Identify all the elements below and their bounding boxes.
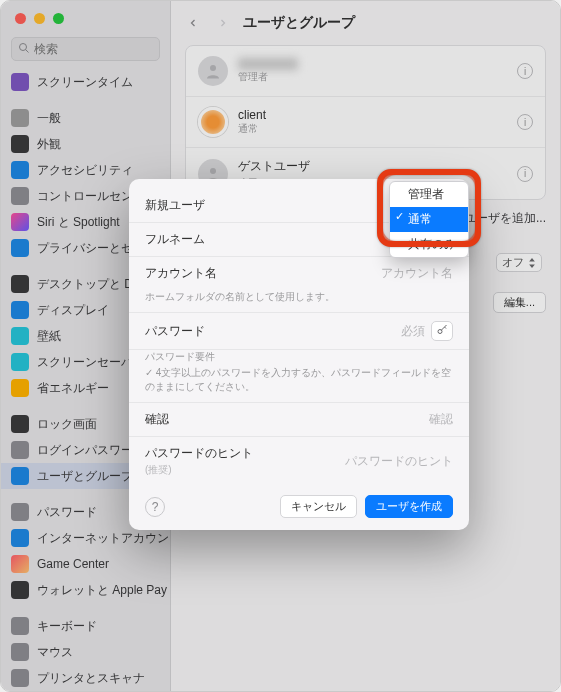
account-name-hint: ホームフォルダの名前として使用します。 <box>129 290 469 313</box>
password-req-text: ✓ 4文字以上のパスワードを入力するか、パスワードフィールドを空のままにしてくだ… <box>145 366 453 394</box>
confirm-input[interactable]: 確認 <box>429 411 453 428</box>
account-name-label: アカウント名 <box>145 265 217 282</box>
help-button[interactable]: ? <box>145 497 165 517</box>
fullname-label: フルネーム <box>145 231 205 248</box>
dropdown-option[interactable]: 共有のみ <box>390 232 468 257</box>
hint-input[interactable]: パスワードのヒント <box>345 453 453 470</box>
hint-sub: (推奨) <box>145 464 172 475</box>
new-user-label: 新規ユーザ <box>145 197 205 214</box>
dropdown-option[interactable]: 通常 <box>390 207 468 232</box>
account-name-input[interactable]: アカウント名 <box>381 265 453 282</box>
password-label: パスワード <box>145 323 205 340</box>
user-type-dropdown: 管理者通常共有のみ <box>389 181 469 258</box>
password-input[interactable]: 必須 <box>401 323 425 340</box>
cancel-button[interactable]: キャンセル <box>280 495 357 518</box>
key-icon <box>436 324 448 339</box>
dropdown-option[interactable]: 管理者 <box>390 182 468 207</box>
hint-label: パスワードのヒント <box>145 446 253 460</box>
create-user-button[interactable]: ユーザを作成 <box>365 495 453 518</box>
password-req-title: パスワード要件 <box>145 350 453 364</box>
system-settings-window: スクリーンタイム一般外観アクセシビリティコントロールセンターSiri と Spo… <box>0 0 561 692</box>
password-assistant-button[interactable] <box>431 321 453 341</box>
confirm-label: 確認 <box>145 411 169 428</box>
